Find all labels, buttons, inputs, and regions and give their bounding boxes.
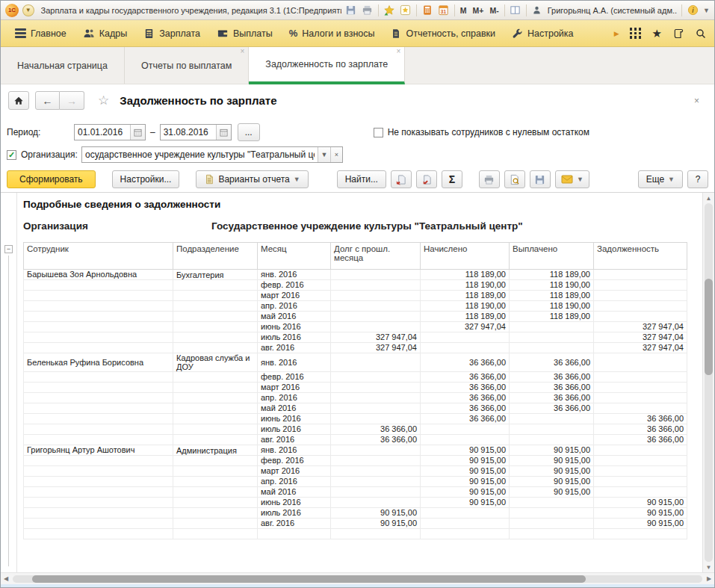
paid-cell[interactable] (510, 435, 594, 445)
calendar-button[interactable]: 31 (438, 4, 450, 16)
split-window-button[interactable] (510, 4, 521, 16)
department-cell[interactable] (173, 508, 258, 519)
debt-end-cell[interactable] (594, 445, 687, 456)
search-icon[interactable] (695, 28, 707, 40)
department-cell[interactable] (173, 424, 258, 435)
menu-expand-icon[interactable]: ▶ (614, 30, 619, 37)
paid-cell[interactable]: 36 366,00 (510, 393, 594, 403)
paid-cell[interactable] (510, 424, 594, 435)
debt-start-cell[interactable] (331, 414, 421, 424)
employee-cell[interactable] (24, 301, 173, 312)
org-input[interactable] (82, 147, 318, 162)
favorites-button[interactable]: ★ (652, 27, 662, 40)
accrued-cell[interactable]: 36 366,00 (421, 353, 510, 372)
horizontal-scroll-thumb[interactable] (32, 575, 586, 583)
back-button[interactable]: ← (35, 91, 60, 110)
employee-cell[interactable] (24, 529, 173, 539)
month-cell[interactable]: март 2016 (258, 291, 331, 301)
paid-cell[interactable] (510, 519, 594, 529)
close-icon[interactable]: × (240, 48, 244, 55)
paid-cell[interactable] (510, 508, 594, 519)
department-cell[interactable] (173, 414, 258, 424)
collapse-group-button[interactable]: − (4, 245, 13, 253)
debt-end-cell[interactable]: 327 947,04 (594, 322, 687, 332)
main-menu-button[interactable]: ▼ (22, 4, 34, 16)
employee-cell[interactable] (24, 424, 173, 435)
accrued-cell[interactable]: 118 190,00 (421, 301, 510, 312)
menu-item-glavnoe[interactable]: Главное (8, 25, 73, 43)
accrued-cell[interactable]: 118 190,00 (421, 280, 510, 291)
accrued-cell[interactable] (421, 519, 510, 529)
debt-end-cell[interactable]: 90 915,00 (594, 508, 687, 519)
employee-cell[interactable]: Беленькая Руфина Борисовна (24, 353, 173, 372)
paid-cell[interactable]: 36 366,00 (510, 372, 594, 383)
favorite-star-icon[interactable]: ☆ (98, 93, 109, 108)
department-cell[interactable] (173, 332, 258, 343)
paid-cell[interactable]: 36 366,00 (510, 383, 594, 393)
department-cell[interactable] (173, 466, 258, 477)
menu-item-otchetnost[interactable]: Отчетность, справки (384, 24, 502, 43)
debt-end-cell[interactable] (594, 393, 687, 403)
help-button[interactable]: ? (687, 170, 708, 188)
month-cell[interactable]: май 2016 (258, 487, 331, 498)
more-button[interactable]: Еще ▼ (638, 170, 683, 188)
department-cell[interactable] (173, 312, 258, 322)
period-from-input[interactable] (75, 125, 130, 140)
employee-cell[interactable] (24, 343, 173, 353)
department-cell[interactable]: Администрация (173, 445, 258, 456)
calculator-button[interactable] (421, 4, 433, 16)
department-cell[interactable]: Бухгалтерия (173, 270, 258, 280)
month-cell[interactable]: март 2016 (258, 383, 331, 393)
debt-end-cell[interactable]: 327 947,04 (594, 343, 687, 353)
totals-button[interactable]: Σ (442, 170, 462, 188)
menu-item-kadry[interactable]: Кадры (76, 24, 134, 43)
month-cell[interactable]: авг. 2016 (258, 435, 331, 445)
menu-item-nastroyka[interactable]: Настройка (505, 24, 581, 43)
decrypt-down-button[interactable] (416, 170, 437, 188)
month-cell[interactable]: янв. 2016 (258, 445, 331, 456)
paid-cell[interactable]: 118 189,00 (510, 270, 594, 280)
col-department[interactable]: Подразделение (173, 243, 258, 270)
debt-end-cell[interactable]: 327 947,04 (594, 332, 687, 343)
debt-end-cell[interactable] (594, 353, 687, 372)
department-cell[interactable] (173, 519, 258, 529)
vertical-scroll-thumb[interactable] (705, 279, 713, 376)
paid-cell[interactable]: 118 190,00 (510, 301, 594, 312)
debt-end-cell[interactable] (594, 487, 687, 498)
col-employee[interactable]: Сотрудник (24, 243, 173, 270)
debt-end-cell[interactable] (594, 529, 687, 539)
debt-start-cell[interactable] (331, 529, 421, 539)
zero-balance-checkbox[interactable] (374, 128, 383, 137)
debt-start-cell[interactable]: 36 366,00 (331, 435, 421, 445)
accrued-cell[interactable] (421, 424, 510, 435)
debt-start-cell[interactable]: 327 947,04 (331, 332, 421, 343)
department-cell[interactable] (173, 498, 258, 508)
debt-start-cell[interactable] (331, 445, 421, 456)
employee-cell[interactable]: Барышева Зоя Арнольдовна (24, 270, 173, 280)
month-cell[interactable]: янв. 2016 (258, 270, 331, 280)
tab-salary-debt[interactable]: Задолженность по зарплате × (249, 47, 405, 84)
settings-button[interactable]: Настройки... (112, 170, 180, 188)
debt-end-cell[interactable]: 36 366,00 (594, 424, 687, 435)
paid-cell[interactable]: 90 915,00 (510, 477, 594, 487)
department-cell[interactable] (173, 477, 258, 487)
accrued-cell[interactable]: 36 366,00 (421, 383, 510, 393)
paid-cell[interactable]: 36 366,00 (510, 403, 594, 414)
debt-start-cell[interactable] (331, 312, 421, 322)
debt-end-cell[interactable] (594, 383, 687, 393)
department-cell[interactable] (173, 529, 258, 539)
month-cell[interactable]: март 2016 (258, 466, 331, 477)
debt-end-cell[interactable] (594, 477, 687, 487)
accrued-cell[interactable]: 90 915,00 (421, 498, 510, 508)
paid-cell[interactable]: 36 366,00 (510, 353, 594, 372)
find-button[interactable]: Найти... (337, 170, 386, 188)
employee-cell[interactable] (24, 383, 173, 393)
org-filter-checkbox[interactable]: ✓ (7, 150, 16, 160)
employee-cell[interactable] (24, 403, 173, 414)
month-cell[interactable]: февр. 2016 (258, 456, 331, 466)
debt-end-cell[interactable] (594, 280, 687, 291)
debt-end-cell[interactable] (594, 456, 687, 466)
home-button[interactable] (8, 91, 29, 110)
debt-start-cell[interactable] (331, 322, 421, 332)
employee-cell[interactable] (24, 477, 173, 487)
